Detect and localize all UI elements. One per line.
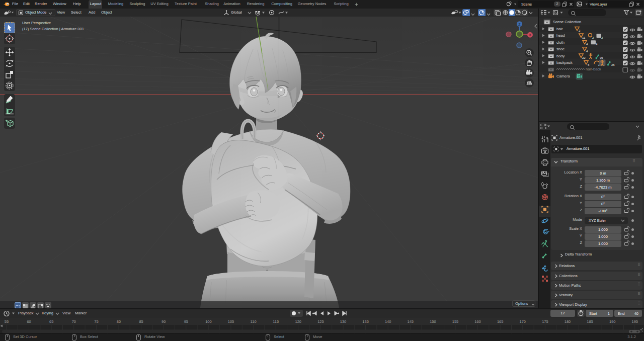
svg-text:95: 95 [184,319,188,324]
svg-text:Z: Z [518,23,521,26]
svg-text:55: 55 [5,319,9,324]
svg-text:170: 170 [520,319,526,324]
svg-text:140: 140 [385,319,391,324]
svg-text:110: 110 [251,319,257,324]
svg-text:120: 120 [295,319,302,324]
svg-text:X: X [529,33,531,37]
svg-text:175: 175 [542,319,548,324]
svg-text:160: 160 [474,319,481,324]
svg-text:backpack: backpack [556,60,573,65]
svg-text:180: 180 [565,319,571,324]
svg-text:145: 145 [408,319,414,324]
svg-text:70: 70 [72,319,76,324]
svg-text:CK: CK [578,75,581,78]
svg-text:Scene Collection: Scene Collection [553,20,581,24]
svg-text:100: 100 [205,319,212,324]
svg-text:195: 195 [632,319,638,324]
svg-text:185: 185 [587,319,593,324]
svg-text:115: 115 [273,319,279,324]
svg-text:95: 95 [600,56,603,59]
svg-text:135: 135 [362,319,369,324]
svg-text:shoe: shoe [556,47,565,51]
svg-text:cloth: cloth [556,40,565,45]
svg-text:75: 75 [94,319,98,324]
svg-text:body: body [556,54,565,58]
svg-text:80: 80 [117,319,121,324]
svg-text:85: 85 [139,319,143,324]
svg-text:Camera: Camera [556,74,571,78]
svg-text:165: 165 [497,319,504,324]
svg-text:155: 155 [452,319,459,324]
svg-text:head: head [556,33,565,38]
svg-text:60: 60 [27,319,31,324]
svg-text:hair-back: hair-back [586,67,601,71]
svg-text:22: 22 [582,56,586,59]
svg-text:hair: hair [556,27,563,31]
svg-text:11: 11 [582,36,586,39]
svg-text:105: 105 [228,319,234,324]
svg-text:190: 190 [609,319,616,324]
svg-text:90: 90 [162,319,166,324]
svg-text:125: 125 [317,319,324,324]
svg-text:150: 150 [430,319,436,324]
svg-text:65: 65 [49,319,53,324]
svg-text:130: 130 [340,319,347,324]
svg-text:26: 26 [611,63,615,66]
